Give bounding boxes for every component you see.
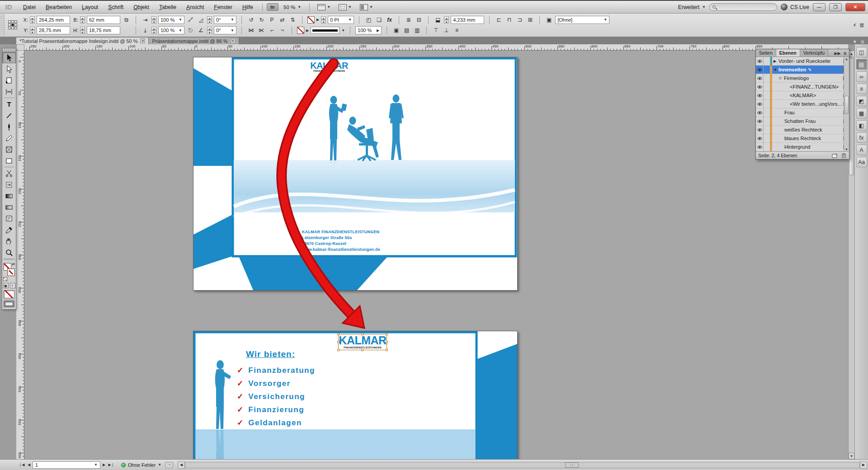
type-tool[interactable]: T: [2, 99, 16, 110]
selection-handle[interactable]: [386, 349, 388, 351]
gap-tool[interactable]: [2, 86, 16, 97]
pencil-tool[interactable]: [2, 132, 16, 144]
scroll-down-icon[interactable]: ▼: [844, 148, 849, 151]
scrollbar-thumb[interactable]: [849, 58, 854, 175]
layer-lock-cell[interactable]: [764, 66, 770, 74]
search-input[interactable]: [716, 5, 770, 10]
selection-handle[interactable]: [386, 341, 388, 343]
restore-button[interactable]: ❐: [829, 3, 842, 11]
workspace-switcher[interactable]: Erweitert ▼: [678, 4, 706, 10]
layers-panel-icon[interactable]: ▤: [856, 59, 867, 70]
menu-layout[interactable]: Layout: [77, 2, 103, 12]
selection-handle[interactable]: [386, 333, 388, 335]
layer-visibility-eye-icon[interactable]: [756, 57, 764, 66]
rectangle-frame-tool[interactable]: [2, 144, 16, 155]
selection-handle[interactable]: [337, 349, 340, 351]
horizontal-scrollbar[interactable]: ◀ ▶: [178, 461, 867, 469]
layer-lock-cell[interactable]: [764, 100, 770, 108]
previous-page-button[interactable]: ◀: [25, 461, 33, 469]
rotate-cw-icon[interactable]: ↻: [257, 16, 266, 24]
layer-lock-cell[interactable]: [764, 134, 770, 143]
preflight-menu-icon[interactable]: ◔: [165, 462, 173, 468]
layer-lock-cell[interactable]: [764, 108, 770, 117]
last-page-button[interactable]: ▶❘: [108, 461, 115, 469]
screen-mode-button[interactable]: ▼: [335, 4, 355, 10]
layer-lock-cell[interactable]: [764, 57, 770, 66]
scissors-tool[interactable]: [2, 168, 16, 179]
selection-tool[interactable]: [2, 52, 16, 63]
gradient-panel-icon[interactable]: ◧: [856, 120, 867, 131]
links-panel-icon[interactable]: ∞: [856, 71, 867, 82]
layer-expand-icon[interactable]: ▼: [774, 68, 778, 72]
select-previous-icon[interactable]: ⌐: [268, 26, 276, 34]
line-tool[interactable]: [2, 110, 16, 121]
layer-row[interactable]: ▶Vorder- und Rueckseite: [756, 57, 849, 66]
layer-lock-cell[interactable]: [764, 83, 770, 91]
selection-handle[interactable]: [337, 341, 340, 343]
layer-visibility-eye-icon[interactable]: [756, 91, 764, 100]
scale-y-stepper[interactable]: ▲▼: [151, 27, 156, 34]
selection-handle[interactable]: [337, 333, 340, 335]
fill-color-swatch[interactable]: [297, 27, 304, 34]
effects-menu-icon[interactable]: fx: [385, 16, 394, 24]
fitting-fill-icon[interactable]: ▣: [392, 26, 401, 34]
wrap-bounding-box-icon[interactable]: ⊟: [415, 16, 423, 24]
rectangle-tool[interactable]: [2, 155, 16, 166]
layer-visibility-eye-icon[interactable]: [756, 108, 764, 117]
scale-x-field[interactable]: 100 %▼: [158, 16, 184, 24]
layer-row[interactable]: <KALMAR>: [756, 91, 849, 100]
pen-tool[interactable]: [2, 121, 16, 132]
layer-row[interactable]: Hintergrund: [756, 143, 849, 151]
horizontal-ruler[interactable]: 2502001501005005010015020025030035040045…: [24, 44, 848, 51]
x-field[interactable]: 264,25 mm: [37, 16, 70, 24]
vertical-ruler[interactable]: 050100150200250300350400450500550600: [16, 51, 24, 459]
panel-tab-ebenen[interactable]: Ebenen: [776, 49, 800, 56]
menu-objekt[interactable]: Objekt: [128, 2, 154, 12]
rotation-stepper[interactable]: ▲▼: [207, 16, 212, 24]
document-tab[interactable]: *Tutorial Praesentationsmappe Indesign.i…: [16, 38, 149, 44]
rotate-ccw-icon[interactable]: ↺: [247, 16, 255, 24]
close-tab-icon[interactable]: ×: [140, 38, 145, 43]
menu-tabelle[interactable]: Tabelle: [154, 2, 181, 12]
layer-visibility-eye-icon[interactable]: [756, 66, 764, 74]
stroke-color-swatch[interactable]: [307, 16, 315, 24]
scroll-right-icon[interactable]: ▶: [860, 461, 867, 469]
select-content-icon[interactable]: ⋉: [257, 26, 266, 34]
swap-fill-stroke-icon[interactable]: ⇄: [12, 262, 15, 266]
layer-row[interactable]: weißes Rechteck: [756, 126, 849, 134]
search-box[interactable]: [709, 3, 777, 11]
layer-visibility-eye-icon[interactable]: [756, 100, 764, 108]
gradient-swatch-tool[interactable]: [2, 190, 16, 202]
kalmar-logo-selected[interactable]: KALMAR FINANZDIENSTLEISTUNGEN: [338, 334, 387, 350]
stroke-weight-stepper[interactable]: ▲▼: [321, 16, 326, 24]
spread-page-1[interactable]: KALMAR FINANZDIENSTLEISTUNGEN KALMAR FIN…: [193, 57, 518, 291]
panel-tab-verknüpfu[interactable]: Verknüpfu: [800, 49, 828, 56]
layer-visibility-eye-icon[interactable]: [756, 126, 764, 134]
zoom-level-dropdown[interactable]: 50 % ▼: [279, 5, 305, 10]
height-stepper[interactable]: ▲▼: [80, 27, 85, 34]
scrollbar-track[interactable]: [185, 462, 860, 468]
layer-row[interactable]: blaues Rechteck: [756, 134, 849, 143]
layer-lock-cell[interactable]: [764, 143, 770, 151]
reference-point-proxy[interactable]: [8, 20, 18, 30]
layer-lock-cell[interactable]: [764, 117, 770, 126]
panel-menu-icon[interactable]: ≣: [843, 51, 847, 56]
distribute-v-icon[interactable]: ≡: [453, 26, 461, 34]
layer-visibility-eye-icon[interactable]: [756, 143, 764, 151]
align-center-icon[interactable]: ⊓: [505, 16, 514, 24]
selection-handle[interactable]: [361, 333, 363, 335]
minimize-button[interactable]: —: [813, 3, 826, 11]
pasteboard-canvas[interactable]: KALMAR FINANZDIENSTLEISTUNGEN KALMAR FIN…: [24, 51, 848, 459]
stroke-swatch[interactable]: [7, 268, 15, 276]
layer-expand-icon[interactable]: ▶: [774, 59, 778, 63]
cs-live[interactable]: CS Live: [781, 4, 809, 10]
distribute-icon[interactable]: ⊞: [526, 16, 534, 24]
link-scale-icon[interactable]: 🔗︎: [186, 16, 195, 24]
effects-panel-icon[interactable]: fx: [856, 132, 867, 143]
flip-horizontal-icon[interactable]: ⇄: [278, 16, 287, 24]
menu-ansicht[interactable]: Ansicht: [181, 2, 209, 12]
layer-row[interactable]: Frau: [756, 108, 849, 117]
opacity-field[interactable]: 100 %▶: [355, 26, 382, 34]
shear-stepper[interactable]: ▲▼: [207, 27, 212, 34]
zoom-tool[interactable]: [2, 247, 16, 258]
